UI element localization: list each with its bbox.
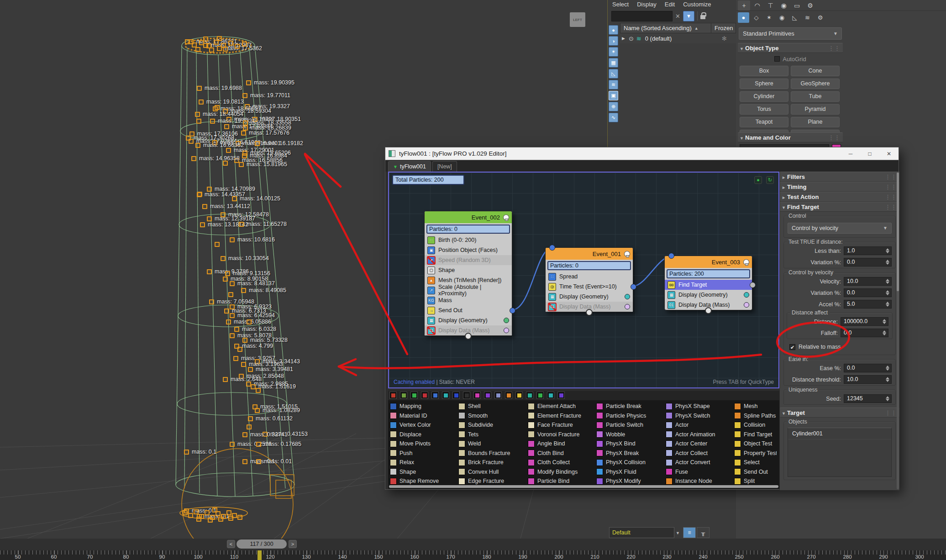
- spinner-field[interactable]: 1.0: [844, 246, 892, 255]
- eye-icon[interactable]: ⊙: [629, 35, 634, 42]
- depot-operator-element-attach[interactable]: Element Attach: [526, 402, 594, 411]
- depot-tab-icon[interactable]: [463, 392, 470, 399]
- input-dot[interactable]: [668, 253, 674, 259]
- category-cameras[interactable]: ◉: [776, 12, 788, 23]
- depot-operator-smooth[interactable]: Smooth: [457, 411, 526, 421]
- event-header[interactable]: Event_003: [665, 256, 752, 268]
- frozen-column-header[interactable]: Frozen: [715, 25, 733, 31]
- operator-row[interactable]: KGMass: [425, 295, 512, 305]
- depot-operator-tets[interactable]: Tets: [457, 430, 526, 440]
- category-systems[interactable]: ⚙: [815, 12, 826, 23]
- depot-operator-shell[interactable]: Shell: [457, 402, 526, 411]
- depot-operator-shape[interactable]: Shape: [388, 467, 457, 477]
- target-objects-list[interactable]: Cylinder001: [788, 428, 892, 477]
- depot-tab-icon[interactable]: [494, 392, 502, 399]
- depot-operator-fuse[interactable]: Fuse: [664, 467, 732, 477]
- display-filter-icon[interactable]: ⊕: [609, 102, 618, 111]
- clear-search-icon[interactable]: ✕: [675, 13, 680, 20]
- depot-operator-wobble[interactable]: Wobble: [594, 430, 664, 440]
- panel-tab-modify[interactable]: ◠: [751, 0, 763, 10]
- menu-edit[interactable]: Edit: [665, 1, 675, 8]
- depot-operator-angle-bind[interactable]: Angle Bind: [526, 439, 594, 449]
- rollout-header-test-action[interactable]: ▸Test Action⋮⋮: [780, 192, 899, 202]
- depot-operator-particle-switch[interactable]: Particle Switch: [594, 420, 664, 430]
- operator-row[interactable]: ◶Time Test (Event>=10): [546, 282, 633, 292]
- control-dropdown[interactable]: Control by velocity▼: [788, 223, 892, 234]
- timeline-ruler[interactable]: 5060708090100110120130140150160170180190…: [0, 550, 946, 560]
- operator-row[interactable]: ↗Speed (Random 3D): [425, 255, 512, 265]
- depot-operator-face-fracture[interactable]: Face Fracture: [526, 420, 594, 430]
- spinner-field[interactable]: 100000.0: [841, 317, 888, 326]
- display-filter-icon[interactable]: ◑: [609, 36, 618, 46]
- event-output-circle[interactable]: [586, 309, 593, 316]
- depot-tab-icon[interactable]: [410, 392, 418, 399]
- category-lights[interactable]: ✶: [763, 12, 775, 23]
- category-space-warps[interactable]: ≋: [802, 12, 813, 23]
- depot-operator-material-id[interactable]: Material ID: [388, 411, 457, 421]
- primitive-button-pyramid[interactable]: Pyramid: [791, 104, 840, 115]
- display-filter-icon[interactable]: ∿: [609, 113, 618, 122]
- event-header[interactable]: Event_001: [546, 248, 633, 260]
- depot-operator-collision[interactable]: Collision: [732, 420, 777, 430]
- depot-operator-displace[interactable]: Displace: [388, 430, 457, 440]
- target-object-item[interactable]: Cylinder001: [788, 428, 891, 440]
- name-column-header[interactable]: Name (Sorted Ascending): [620, 25, 692, 31]
- editor-title-bar[interactable]: tyFlow001 : [tyFlow PRO v1.029 Editor] ─…: [385, 147, 899, 160]
- operator-row[interactable]: ▢Shape: [425, 265, 512, 275]
- menu-select[interactable]: Select: [612, 1, 629, 8]
- event-header[interactable]: Event_002: [425, 211, 512, 223]
- depot-tab-icon[interactable]: [557, 392, 565, 399]
- minimize-icon[interactable]: ─: [841, 151, 860, 157]
- depot-operator-convex-hull[interactable]: Convex Hull: [457, 467, 526, 477]
- menu-display[interactable]: Display: [637, 1, 657, 8]
- category-shapes[interactable]: ◇: [751, 12, 762, 23]
- rollout-header-filters[interactable]: ▸Filters⋮⋮: [780, 172, 899, 182]
- column-headers[interactable]: Name (Sorted Ascending) ▲ Frozen: [620, 23, 736, 33]
- panel-tab-create[interactable]: +: [738, 0, 750, 10]
- depot-operator-instance-node[interactable]: Instance Node: [664, 476, 732, 486]
- prev-frame-button[interactable]: <: [227, 540, 235, 548]
- depot-tab-icon[interactable]: [400, 392, 407, 399]
- playhead[interactable]: [258, 550, 262, 560]
- depot-tab-icon[interactable]: [389, 392, 397, 399]
- event-graph-canvas[interactable]: Total Particles: 200 ● ↻ Event_002Partic…: [388, 172, 779, 388]
- primitive-button-box[interactable]: Box: [740, 66, 788, 76]
- panel-tab-hierarchy[interactable]: ⊤: [764, 0, 777, 10]
- operator-row[interactable]: ∷Spread: [546, 272, 633, 282]
- display-filter-icon[interactable]: ≋: [609, 80, 618, 89]
- primitive-button-sphere[interactable]: Sphere: [740, 79, 788, 89]
- depot-operator-send-out[interactable]: Send Out: [732, 467, 777, 477]
- spinner-field[interactable]: 0.0: [844, 364, 892, 372]
- spinner-field[interactable]: 10.0: [844, 375, 892, 384]
- spinner-field[interactable]: 12345: [844, 394, 892, 403]
- display-dot[interactable]: [744, 302, 749, 308]
- depot-operator-physx-modify[interactable]: PhysX Modify: [594, 476, 664, 486]
- cache-indicator-icon[interactable]: ●: [754, 176, 762, 184]
- operator-row[interactable]: ooFind Target: [665, 280, 752, 290]
- display-dot[interactable]: [744, 292, 749, 298]
- depot-tab-icon[interactable]: [536, 392, 544, 399]
- display-filter-icon[interactable]: ●: [609, 25, 618, 35]
- depot-tab-icon[interactable]: [505, 392, 512, 399]
- output-dot[interactable]: [631, 284, 636, 290]
- display-filter-icon[interactable]: ▦: [609, 58, 618, 68]
- depot-operator-select[interactable]: Select: [732, 458, 777, 467]
- depot-operator-actor[interactable]: Actor: [664, 420, 732, 430]
- display-dot[interactable]: [625, 294, 630, 299]
- scene-explorer-row[interactable]: ▶ ⊙ ≋ 0 (default) ✻: [620, 33, 736, 43]
- panel-tab-display[interactable]: ▭: [791, 0, 803, 10]
- depot-operator-physx-switch[interactable]: PhysX Switch: [664, 411, 732, 421]
- depot-tab-icon[interactable]: [515, 392, 523, 399]
- spinner-field[interactable]: 0.0: [844, 258, 892, 267]
- depot-operator-property-test[interactable]: Property Test: [732, 449, 777, 458]
- event-node-event_001[interactable]: Event_001Particles: 0∷Spread◶Time Test (…: [545, 247, 633, 312]
- depot-operator-spline-paths[interactable]: Spline Paths: [732, 411, 777, 421]
- operator-row[interactable]: ▦Display (Geometry): [425, 315, 512, 325]
- depot-operator-physx-bind[interactable]: PhysX Bind: [594, 439, 664, 449]
- depot-operator-mapping[interactable]: Mapping: [388, 402, 457, 411]
- refresh-indicator-icon[interactable]: ↻: [766, 176, 774, 184]
- depot-operator-particle-bind[interactable]: Particle Bind: [526, 476, 594, 486]
- autogrid-checkbox[interactable]: [774, 56, 780, 62]
- category-geometry[interactable]: ●: [738, 12, 749, 23]
- preset-dropdown[interactable]: Default: [609, 527, 674, 538]
